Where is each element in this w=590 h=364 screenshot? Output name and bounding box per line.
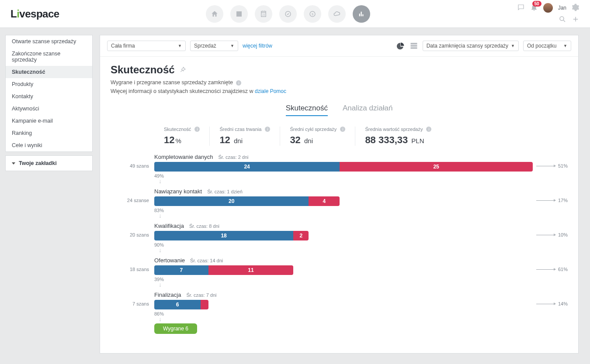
tab-effectiveness[interactable]: Skuteczność [286, 104, 328, 116]
logo[interactable]: Livespace [10, 8, 59, 20]
funnel-stage: 7 szansFinalizacjaŚr. czas: 7 dni686%↓14… [111, 292, 568, 322]
nav-finance-icon[interactable]: $ [304, 5, 321, 23]
svg-text:$: $ [312, 12, 314, 16]
arrow-line-icon [536, 235, 555, 235]
sidebar-item[interactable]: Produkty [6, 78, 92, 90]
filters-bar: Cała firma ▼ Sprzedaż ▼ więcej filtrów D… [100, 35, 578, 57]
sidebar-item[interactable]: Ranking [6, 127, 92, 139]
period-value: Od początku [527, 43, 556, 49]
nav-calendar-icon[interactable]: 23 [255, 5, 272, 23]
info-icon[interactable]: i [265, 127, 270, 132]
period-select[interactable]: Od początku ▼ [523, 41, 571, 51]
help-link[interactable]: dziale Pomoc [255, 88, 286, 94]
down-arrow-icon: ↓ [159, 247, 533, 253]
inner-tabs: Skuteczność Analiza działań [111, 104, 568, 116]
nav-contacts-icon[interactable] [230, 5, 248, 23]
arrow-line-icon [536, 166, 555, 166]
info-icon[interactable]: i [194, 127, 200, 132]
username[interactable]: Jan [558, 5, 566, 11]
chat-icon[interactable] [517, 3, 525, 13]
help-text: Więcej informacji o statystykach skutecz… [111, 88, 255, 94]
sidebar-item[interactable]: Kampanie e-mail [6, 115, 92, 127]
kpi-label: Średni cykl sprzedażyi [290, 127, 345, 132]
add-icon[interactable] [572, 15, 580, 24]
page-subtitle: Wygrane i przegrane szanse sprzedaży zam… [111, 79, 568, 86]
bookmarks-toggle[interactable]: Twoje zakładki [6, 156, 92, 171]
stage-avg-time: Śr. czas: 7 dni [186, 292, 216, 298]
down-arrow-icon: ↓ [159, 179, 533, 184]
sidebar-item[interactable]: Cele i wyniki [6, 139, 92, 151]
stage-conversion: 83% [154, 208, 533, 213]
table-view-icon[interactable] [410, 41, 418, 50]
bar-won: 20 [154, 196, 309, 206]
sidebar-item[interactable]: Zakończone szanse sprzedaży [6, 48, 92, 66]
more-filters-link[interactable]: więcej filtrów [243, 43, 272, 49]
tab-activity-analysis[interactable]: Analiza działań [343, 104, 392, 116]
process-select[interactable]: Sprzedaż ▼ [190, 41, 238, 51]
help-line: Więcej informacji o statystykach skutecz… [111, 88, 568, 94]
stage-name: Kwalifikacja [154, 223, 184, 229]
arrow-line-icon [536, 269, 555, 270]
pin-icon[interactable] [179, 64, 186, 76]
info-icon[interactable]: i [340, 127, 345, 132]
page-title: Skuteczność [111, 64, 568, 76]
stage-count: 49 szans [111, 154, 154, 168]
kpi: Średni czas trwaniai12 dni [209, 127, 280, 146]
stage-conversion: 49% [154, 173, 533, 179]
logo-text: L [10, 8, 17, 20]
title-text: Skuteczność [111, 64, 175, 76]
nav-reports-icon[interactable] [353, 5, 370, 23]
gear-icon[interactable] [572, 3, 580, 13]
funnel-stage: 24 szanseNawiązany kontaktŚr. czas: 1 dz… [111, 188, 568, 218]
nav-tasks-icon[interactable] [279, 5, 297, 23]
stage-bar: 711 [154, 265, 293, 275]
info-icon[interactable]: i [236, 80, 241, 86]
kpi-value: 12 dni [219, 134, 270, 146]
down-arrow-icon: ↓ [159, 213, 533, 218]
nav-cloud-icon[interactable] [328, 5, 346, 23]
stage-bar: 2425 [154, 162, 533, 172]
search-icon[interactable] [559, 15, 566, 24]
chart-view-icon[interactable] [396, 41, 405, 50]
bar-won: 18 [154, 231, 293, 240]
date-field-select[interactable]: Data zamknięcia szansy sprzedaży ▼ [423, 41, 519, 51]
stage-lost-pct: 10% [533, 223, 568, 237]
sidebar-item[interactable]: Otwarte szanse sprzedaży [6, 35, 92, 48]
scope-select[interactable]: Cała firma ▼ [107, 41, 186, 51]
funnel-stage: 20 szansKwalifikacjaŚr. czas: 8 dni18290… [111, 223, 568, 253]
sidebar: Otwarte szanse sprzedażyZakończone szans… [0, 28, 93, 364]
avatar[interactable] [543, 3, 553, 13]
nav-home-icon[interactable] [206, 5, 223, 23]
report-card: Cała firma ▼ Sprzedaż ▼ więcej filtrów D… [100, 35, 579, 354]
bar-won: 6 [154, 300, 201, 309]
stage-avg-time: Śr. czas: 2 dni [218, 155, 248, 160]
bar-lost: 25 [340, 162, 533, 172]
sidebar-item[interactable]: Aktywności [6, 103, 92, 115]
bar-lost: 11 [208, 265, 293, 275]
funnel-stage: 49 szansKompletowanie danychŚr. czas: 2 … [111, 154, 568, 184]
bookmarks-panel: Twoje zakładki [5, 155, 93, 171]
body: Otwarte szanse sprzedażyZakończone szans… [0, 28, 590, 364]
svg-text:23: 23 [262, 13, 265, 16]
bar-won: 7 [154, 265, 208, 275]
sidebar-item[interactable]: Kontakty [6, 90, 92, 103]
stage-lost-pct: 14% [533, 292, 568, 306]
notifications-icon[interactable]: 50 [530, 3, 538, 13]
chevron-down-icon [12, 162, 15, 165]
stage-name: Finalizacja [154, 292, 181, 298]
kpi: Skutecznośći12% [154, 127, 209, 146]
content: Skuteczność Wygrane i przegrane szanse s… [100, 57, 578, 351]
kpi: Średni cykl sprzedażyi32 dni [280, 127, 355, 146]
info-icon[interactable]: i [426, 127, 431, 132]
kpi-value: 88 333,33 PLN [365, 134, 431, 146]
stage-name: Ofertowanie [154, 257, 185, 264]
arrow-line-icon [536, 304, 555, 304]
stage-avg-time: Śr. czas: 14 dni [190, 258, 223, 263]
stage-conversion: 86% [154, 311, 533, 316]
stage-count: 18 szans [111, 257, 154, 272]
kpi-label: Średni czas trwaniai [219, 127, 270, 132]
stage-conversion: 39% [154, 277, 533, 282]
subtitle-text: Wygrane i przegrane szanse sprzedaży zam… [111, 79, 233, 86]
stage-lost-pct: 17% [533, 188, 568, 203]
sidebar-item[interactable]: Skuteczność [6, 66, 92, 78]
